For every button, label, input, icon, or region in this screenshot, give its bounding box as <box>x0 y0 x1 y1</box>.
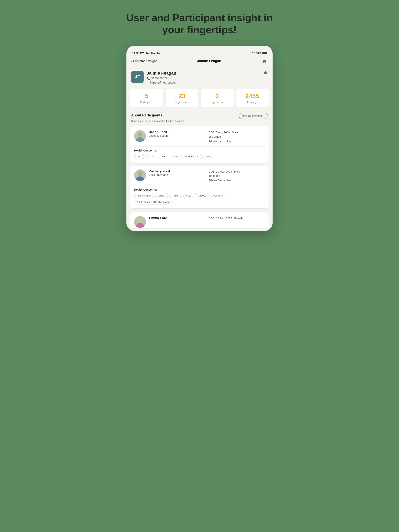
health-label-jacob: Health Concerns: <box>134 149 265 152</box>
avatar: JF <box>131 71 144 83</box>
tags-jacob: Add Plants Nuts On Medication For Add Mi… <box>134 154 265 159</box>
bell-icon[interactable] <box>263 71 268 77</box>
participant-card-zachary[interactable]: Zachary Ford Zack (15 years) DOB: 11 Mar… <box>130 165 269 208</box>
school-zachary: Adams Elementary <box>208 178 265 183</box>
wifi-icon <box>250 52 253 55</box>
device-frame: 11:35 PM Tue Mar 14 100% ‹ Customer Insi… <box>126 46 273 231</box>
nav-bar: ‹ Customer Insight Jaimie Feagan <box>126 57 273 67</box>
participant-info-right-jacob: DOB: 7 Apr, 2009 | Male 2nd grade Adams … <box>208 130 265 143</box>
participant-info-left-jacob: Jacob Ford Jacob (13 years) <box>149 130 196 143</box>
tags-zachary: Insect Stings Wheat Insulin Nuts Cheese … <box>134 193 265 204</box>
stat-participants[interactable]: 5 Participants <box>130 89 163 108</box>
tag-wheat: Wheat <box>155 193 168 198</box>
tag-antihistamine: Antihistamine Mild Symptoms <box>134 200 173 204</box>
grade-zachary: 4th grade <box>208 174 265 178</box>
participant-top-emma: Emma Ford DOB: 19 Feb, 2009 | Female <box>134 216 265 228</box>
hero-title: User and Participant insight in your fin… <box>123 12 276 36</box>
profile-email: ✉ jnfpost@hotmail.com <box>147 81 177 84</box>
participant-avatar-zachary <box>134 169 146 181</box>
about-section: About Participants New Registration + Sh… <box>126 111 273 125</box>
stat-label-earnings: Earnings <box>238 101 267 104</box>
bottom-partial-card[interactable]: Emma Ford DOB: 19 Feb, 2009 | Female <box>130 212 269 228</box>
participant-info-right-zachary: DOB: 11 Mar, 2008 | Male 4th grade Adams… <box>208 169 265 183</box>
status-right: 100% <box>250 52 267 55</box>
stat-number-registrations: 23 <box>167 93 197 99</box>
tag-add: Add <box>134 154 144 159</box>
participant-top-jacob: Jacob Ford Jacob (13 years) DOB: 7 Apr, … <box>134 130 265 143</box>
participant-top-zachary: Zachary Ford Zack (15 years) DOB: 11 Mar… <box>134 169 265 183</box>
tag-milk: Milk <box>203 154 213 159</box>
stat-number-upcoming: 0 <box>203 93 232 99</box>
stat-number-participants: 5 <box>132 93 161 99</box>
battery-icon <box>262 52 267 54</box>
stat-label-registrations: Registrations <box>167 101 197 104</box>
stat-number-earnings: 2455 <box>238 93 267 99</box>
participant-card-jacob[interactable]: Jacob Ford Jacob (13 years) DOB: 7 Apr, … <box>130 126 269 163</box>
svg-point-7 <box>138 218 142 223</box>
participant-info-left-zachary: Zachary Ford Zack (15 years) <box>149 169 196 183</box>
back-arrow-icon: ‹ <box>131 59 132 63</box>
nav-title: Jaimie Feagan <box>197 59 221 63</box>
about-subtitle: Showing all participants added by the cu… <box>131 120 268 122</box>
profile-info: Jaimie Feagan 📞 9199999022 ✉ jnfpost@hot… <box>147 71 177 84</box>
tag-on-medication: On Medication For Add <box>171 154 202 159</box>
tag-nuts2: Nuts <box>183 193 194 198</box>
tag-insulin: Insulin <box>169 193 182 198</box>
participant-age-jacob: Jacob (13 years) <box>149 134 196 137</box>
stat-label-upcoming: Upcoming <box>203 101 232 104</box>
dob-emma: DOB: 19 Feb, 2009 | Female <box>208 216 265 221</box>
participant-info-right-emma: DOB: 19 Feb, 2009 | Female <box>208 216 265 228</box>
participant-avatar-emma <box>134 216 146 228</box>
stat-registrations[interactable]: 23 Registrations <box>166 89 199 108</box>
tag-insect-stings: Insect Stings <box>134 193 154 198</box>
grade-jacob: 2nd grade <box>208 134 265 139</box>
participant-name-jacob: Jacob Ford <box>149 130 196 134</box>
status-time: 11:35 PM Tue Mar 14 <box>132 52 160 55</box>
participants-list: Jacob Ford Jacob (13 years) DOB: 7 Apr, … <box>126 125 273 212</box>
about-title: About Participants <box>131 113 162 118</box>
separator-jacob <box>134 146 265 147</box>
status-bar: 11:35 PM Tue Mar 14 100% <box>126 52 273 55</box>
participant-name-zachary: Zachary Ford <box>149 169 196 173</box>
participant-avatar-jacob <box>134 130 146 142</box>
health-label-zachary: Health Concerns: <box>134 188 265 191</box>
home-button[interactable] <box>262 58 268 64</box>
back-button[interactable]: ‹ Customer Insight <box>131 59 157 63</box>
profile-left: JF Jaimie Feagan 📞 9199999022 ✉ jnfpost@… <box>131 71 177 84</box>
dob-jacob: DOB: 7 Apr, 2009 | Male <box>208 130 265 134</box>
dob-zachary: DOB: 11 Mar, 2008 | Male <box>208 169 265 174</box>
svg-point-4 <box>138 171 142 176</box>
participant-info-left-emma: Emma Ford <box>149 216 196 228</box>
stats-grid: 5 Participants 23 Registrations 0 Upcomi… <box>126 88 273 111</box>
participant-name-emma: Emma Ford <box>149 216 196 220</box>
school-jacob: Adams Elementary <box>208 139 265 143</box>
tag-penicillin: Penicillin <box>210 193 225 198</box>
profile-name: Jaimie Feagan <box>147 71 177 76</box>
new-registration-button[interactable]: New Registration + <box>239 113 268 119</box>
stat-upcoming[interactable]: 0 Upcoming <box>201 89 234 108</box>
stat-earnings[interactable]: 2455 Earnings <box>236 89 269 108</box>
page-wrapper: User and Participant insight in your fin… <box>123 12 276 231</box>
stat-label-participants: Participants <box>132 101 161 104</box>
profile-section: JF Jaimie Feagan 📞 9199999022 ✉ jnfpost@… <box>126 67 273 88</box>
participant-age-zachary: Zack (15 years) <box>149 173 196 177</box>
tag-nuts: Nuts <box>159 154 169 159</box>
tag-cheese: Cheese <box>195 193 209 198</box>
svg-point-1 <box>138 132 142 137</box>
about-header: About Participants New Registration + <box>131 113 268 119</box>
tag-plants: Plants <box>145 154 157 159</box>
battery-percentage: 100% <box>254 52 261 55</box>
back-label: Customer Insight <box>133 59 157 63</box>
profile-phone: 📞 9199999022 <box>147 76 177 80</box>
